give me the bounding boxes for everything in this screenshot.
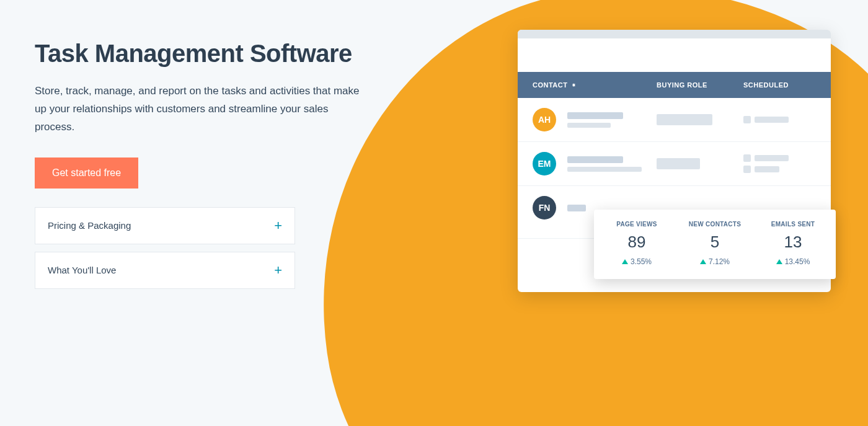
column-header-label: SCHEDULED <box>743 81 789 89</box>
placeholder-box <box>657 158 700 169</box>
calendar-icon <box>743 116 751 123</box>
up-arrow-icon <box>622 259 628 264</box>
placeholder-text <box>755 155 789 161</box>
page-title: Task Management Software <box>35 40 382 68</box>
stat-emails-sent: EMAILS SENT 13 13.45% <box>754 221 832 267</box>
stat-delta: 13.45% <box>785 257 810 266</box>
table-row[interactable]: AH <box>518 98 831 142</box>
column-header-label: CONTACT <box>533 81 567 89</box>
get-started-button[interactable]: Get started free <box>35 158 138 189</box>
placeholder-text <box>755 166 779 172</box>
stat-label: NEW CONTACTS <box>676 221 754 228</box>
column-header-contact[interactable]: CONTACT ▲▼ <box>533 81 657 89</box>
stat-delta: 3.55% <box>631 257 652 266</box>
placeholder-text <box>567 205 586 211</box>
table-row[interactable]: EM <box>518 142 831 186</box>
page-description: Store, track, manage, and report on the … <box>35 82 363 136</box>
calendar-icon <box>743 154 751 162</box>
sort-icon: ▲▼ <box>571 85 576 86</box>
stat-value: 13 <box>754 233 832 252</box>
stat-delta: 7.12% <box>709 257 730 266</box>
placeholder-text <box>755 117 789 123</box>
placeholder-text <box>567 112 623 119</box>
placeholder-box <box>657 114 712 125</box>
accordion-label: Pricing & Packaging <box>48 220 131 231</box>
up-arrow-icon <box>700 259 706 264</box>
stat-label: PAGE VIEWS <box>598 221 676 228</box>
stat-label: EMAILS SENT <box>754 221 832 228</box>
hero-section: Task Management Software Store, track, m… <box>35 40 382 296</box>
accordion: Pricing & Packaging + What You'll Love + <box>35 207 295 289</box>
table-header-row: CONTACT ▲▼ BUYING ROLE SCHEDULED <box>518 72 831 98</box>
stat-new-contacts: NEW CONTACTS 5 7.12% <box>676 221 754 267</box>
up-arrow-icon <box>776 259 782 264</box>
plus-icon: + <box>274 219 282 233</box>
stats-popover: PAGE VIEWS 89 3.55% NEW CONTACTS 5 7.12%… <box>594 210 836 279</box>
avatar: AH <box>533 108 556 131</box>
stat-value: 5 <box>676 233 754 252</box>
window-chrome <box>518 30 831 38</box>
product-preview-card: CONTACT ▲▼ BUYING ROLE SCHEDULED AH <box>518 30 831 292</box>
column-header-scheduled[interactable]: SCHEDULED <box>743 81 816 89</box>
placeholder-text <box>567 167 642 172</box>
avatar: EM <box>533 152 556 175</box>
column-header-buying-role[interactable]: BUYING ROLE <box>657 81 743 89</box>
accordion-label: What You'll Love <box>48 265 116 275</box>
avatar: FN <box>533 196 556 220</box>
column-header-label: BUYING ROLE <box>657 81 707 89</box>
calendar-icon <box>743 166 751 173</box>
plus-icon: + <box>274 264 282 277</box>
stat-value: 89 <box>598 233 676 252</box>
accordion-item-what-youll-love[interactable]: What You'll Love + <box>35 252 295 289</box>
accordion-item-pricing[interactable]: Pricing & Packaging + <box>35 207 295 244</box>
stat-page-views: PAGE VIEWS 89 3.55% <box>598 221 676 267</box>
placeholder-text <box>567 123 611 128</box>
placeholder-text <box>567 156 623 163</box>
